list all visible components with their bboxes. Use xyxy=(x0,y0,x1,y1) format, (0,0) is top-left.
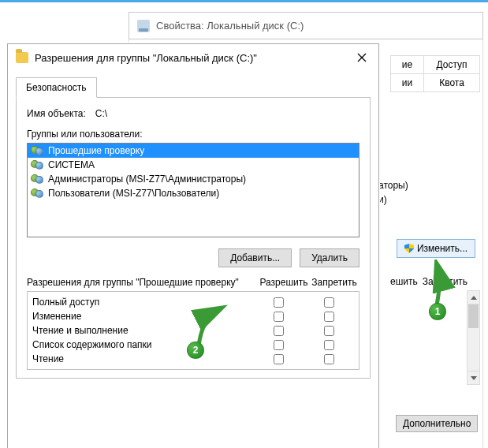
users-icon xyxy=(31,188,45,199)
bg-col-allow: ешить xyxy=(390,276,418,287)
dialog-titlebar: Разрешения для группы "Локальный диск (C… xyxy=(8,44,378,71)
object-label: Имя объекта: xyxy=(27,108,86,119)
users-listbox[interactable]: Прошедшие проверку СИСТЕМА Администратор… xyxy=(27,143,359,237)
list-item[interactable]: Прошедшие проверку xyxy=(28,144,359,158)
bg-col-deny: Запретить xyxy=(423,276,468,287)
scroll-thumb[interactable] xyxy=(468,304,479,328)
disk-icon xyxy=(137,20,150,32)
scroll-up-button[interactable] xyxy=(468,291,479,304)
permissions-dialog: Разрешения для группы "Локальный диск (C… xyxy=(7,43,379,448)
col-allow: Разрешить xyxy=(259,277,309,288)
users-icon xyxy=(31,174,45,185)
allow-checkbox[interactable] xyxy=(274,326,284,336)
dialog-tabs: Безопасность Имя объекта: C:\ Группы или… xyxy=(8,71,378,379)
allow-checkbox[interactable] xyxy=(274,297,284,308)
list-item[interactable]: СИСТЕМА xyxy=(28,158,359,172)
allow-checkbox[interactable] xyxy=(274,354,284,364)
remove-button[interactable]: Удалить xyxy=(300,248,359,267)
list-item[interactable]: Администраторы (MSI-Z77\Администраторы) xyxy=(28,172,359,186)
folder-icon xyxy=(16,52,28,63)
chevron-up-icon xyxy=(471,296,477,300)
properties-tabs-stub: ие Доступ ии Квота xyxy=(390,55,482,92)
list-item[interactable]: Пользователи (MSI-Z77\Пользователи) xyxy=(28,186,359,200)
properties-window-title: Свойства: Локальный диск (C:) xyxy=(156,20,304,32)
bg-group-stub-1: аторы) xyxy=(378,180,408,191)
allow-checkbox[interactable] xyxy=(274,340,284,350)
advanced-button[interactable]: Дополнительно xyxy=(396,415,478,432)
tab-panel: Имя объекта: C:\ Группы или пользователи… xyxy=(16,97,371,379)
edit-button[interactable]: Изменить... xyxy=(397,239,475,258)
perm-name: Чтение xyxy=(32,353,253,364)
object-row: Имя объекта: C:\ xyxy=(27,108,359,119)
bg-group-stub: аторы) и) xyxy=(378,180,408,205)
list-item-label: Пользователи (MSI-Z77\Пользователи) xyxy=(48,188,219,199)
add-button[interactable]: Добавить... xyxy=(218,248,292,267)
edit-button-label: Изменить... xyxy=(417,243,468,254)
dialog-title: Разрешения для группы "Локальный диск (C… xyxy=(35,52,344,64)
tab-stub-access[interactable]: Доступ xyxy=(423,55,480,74)
perm-header-row: Разрешения для группы "Прошедшие проверк… xyxy=(27,277,359,288)
col-deny: Запретить xyxy=(309,277,359,288)
perm-name: Список содержимого папки xyxy=(32,339,253,350)
bg-perm-headers: ешить Запретить xyxy=(390,276,468,287)
tab-stub-1a[interactable]: ие xyxy=(390,55,423,74)
annotation-badge-1: 1 xyxy=(429,303,446,320)
tab-security[interactable]: Безопасность xyxy=(16,77,97,98)
perm-row: Изменение xyxy=(32,309,354,323)
permissions-for-label: Разрешения для группы "Прошедшие проверк… xyxy=(27,277,259,288)
deny-checkbox[interactable] xyxy=(324,297,334,308)
close-button[interactable] xyxy=(350,47,374,68)
groups-label: Группы или пользователи: xyxy=(27,129,359,140)
deny-checkbox[interactable] xyxy=(324,340,334,350)
bg-group-stub-2: и) xyxy=(378,194,408,205)
perm-name: Чтение и выполнение xyxy=(32,325,253,336)
chevron-down-icon xyxy=(471,376,477,380)
list-item-label: Прошедшие проверку xyxy=(48,145,144,156)
scroll-down-button[interactable] xyxy=(468,371,479,384)
close-icon xyxy=(357,53,367,62)
list-item-label: СИСТЕМА xyxy=(48,159,95,170)
annotation-badge-2: 2 xyxy=(187,342,204,359)
deny-checkbox[interactable] xyxy=(324,354,334,364)
object-value: C:\ xyxy=(95,108,107,119)
perm-name: Изменение xyxy=(32,311,253,322)
perm-row: Полный доступ xyxy=(32,295,354,309)
list-item-label: Администраторы (MSI-Z77\Администраторы) xyxy=(48,174,246,185)
deny-checkbox[interactable] xyxy=(324,312,334,322)
users-icon xyxy=(31,145,45,156)
bg-scrollbar[interactable] xyxy=(467,290,480,385)
users-icon xyxy=(31,159,45,170)
perm-name: Полный доступ xyxy=(32,297,253,308)
allow-checkbox[interactable] xyxy=(274,312,284,322)
properties-window-titlebar: Свойства: Локальный диск (C:) xyxy=(129,12,483,39)
shield-icon xyxy=(404,244,414,253)
tab-stub-2a[interactable]: ии xyxy=(390,74,423,92)
tab-stub-quota[interactable]: Квота xyxy=(423,74,480,92)
deny-checkbox[interactable] xyxy=(324,326,334,336)
perm-row: Чтение и выполнение xyxy=(32,323,354,338)
user-buttons-row: Добавить... Удалить xyxy=(27,248,359,267)
